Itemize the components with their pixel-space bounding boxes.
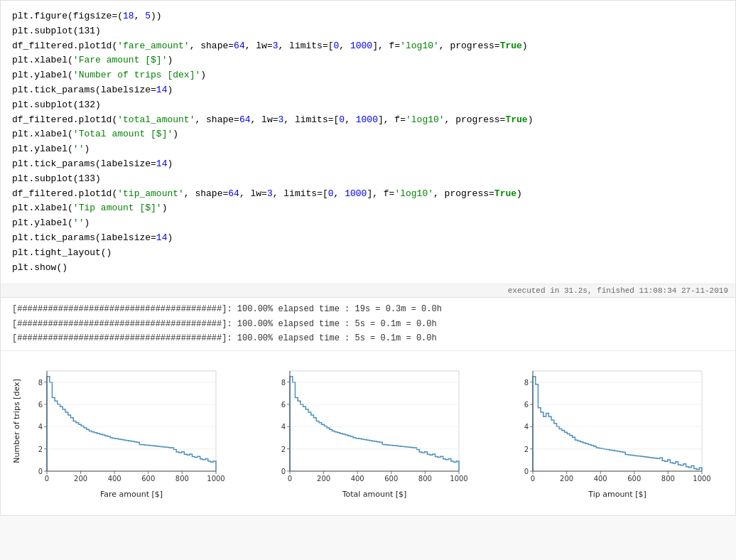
svg-text:200: 200: [74, 475, 87, 483]
progress-line: [#######################################…: [12, 317, 724, 331]
svg-text:0: 0: [38, 468, 43, 475]
svg-text:400: 400: [594, 475, 607, 483]
svg-text:600: 600: [141, 475, 155, 483]
svg-rect-0: [47, 371, 216, 471]
code-line: plt.ylabel(''): [12, 216, 724, 231]
chart-container: 0246802004006008001000Tip amount [$]: [497, 362, 725, 504]
code-line: plt.ylabel('Number of trips [dex]'): [12, 68, 724, 83]
svg-text:800: 800: [661, 475, 675, 483]
chart-svg: 0246802004006008001000Tip amount [$]: [497, 362, 710, 501]
progress-line: [#######################################…: [12, 302, 724, 316]
chart-container: 0246802004006008001000Fare amount [$]Num…: [11, 362, 239, 504]
svg-text:1000: 1000: [450, 475, 467, 483]
svg-text:600: 600: [384, 475, 398, 483]
svg-text:2: 2: [524, 445, 529, 453]
svg-text:Tip amount [$]: Tip amount [$]: [588, 490, 646, 499]
svg-text:Number of trips [dex]: Number of trips [dex]: [12, 379, 21, 463]
svg-text:400: 400: [108, 475, 121, 483]
svg-text:Fare amount [$]: Fare amount [$]: [100, 490, 163, 499]
code-line: plt.xlabel('Tip amount [$]'): [12, 201, 724, 216]
svg-text:800: 800: [418, 475, 432, 483]
svg-text:0: 0: [288, 475, 292, 483]
svg-text:600: 600: [627, 475, 641, 483]
svg-text:0: 0: [281, 468, 286, 475]
svg-text:6: 6: [38, 401, 43, 409]
code-line: plt.ylabel(''): [12, 142, 724, 157]
code-line: plt.figure(figsize=(18, 5)): [12, 9, 724, 24]
exec-bar: executed in 31.2s, finished 11:08:34 27-…: [1, 284, 735, 298]
svg-text:1000: 1000: [693, 475, 710, 483]
code-line: plt.tick_params(labelsize=14): [12, 231, 724, 246]
svg-text:800: 800: [175, 475, 189, 483]
svg-text:200: 200: [560, 475, 573, 483]
code-line: plt.xlabel('Total amount [$]'): [12, 127, 724, 142]
code-line: df_filtered.plot1d('total_amount', shape…: [12, 113, 724, 128]
svg-text:4: 4: [38, 423, 43, 431]
svg-text:Total amount [$]: Total amount [$]: [342, 490, 407, 499]
code-line: plt.tight_layout(): [12, 246, 724, 261]
code-line: plt.xlabel('Fare amount [$]'): [12, 53, 724, 68]
charts-area: 0246802004006008001000Fare amount [$]Num…: [1, 351, 735, 515]
code-line: df_filtered.plot1d('fare_amount', shape=…: [12, 39, 724, 54]
svg-text:2: 2: [281, 445, 286, 453]
code-area: plt.figure(figsize=(18, 5))plt.subplot(1…: [1, 1, 735, 284]
code-line: plt.tick_params(labelsize=14): [12, 83, 724, 98]
svg-text:4: 4: [524, 423, 529, 431]
code-line: plt.tick_params(labelsize=14): [12, 157, 724, 172]
code-line: df_filtered.plot1d('tip_amount', shape=6…: [12, 187, 724, 202]
svg-text:400: 400: [351, 475, 364, 483]
svg-text:0: 0: [531, 475, 535, 483]
svg-text:6: 6: [281, 401, 286, 409]
chart-svg: 0246802004006008001000Fare amount [$]Num…: [11, 362, 224, 501]
code-line: plt.subplot(131): [12, 24, 724, 39]
svg-text:0: 0: [45, 475, 49, 483]
svg-text:0: 0: [524, 468, 529, 475]
notebook-cell: plt.figure(figsize=(18, 5))plt.subplot(1…: [0, 0, 736, 516]
svg-text:8: 8: [38, 378, 43, 386]
svg-text:200: 200: [317, 475, 330, 483]
code-line: plt.subplot(133): [12, 172, 724, 187]
svg-text:1000: 1000: [207, 475, 224, 483]
svg-text:8: 8: [281, 378, 286, 386]
svg-text:6: 6: [524, 401, 529, 409]
svg-text:2: 2: [38, 445, 43, 453]
code-line: plt.subplot(132): [12, 98, 724, 113]
chart-container: 0246802004006008001000Total amount [$]: [254, 362, 482, 504]
svg-rect-63: [533, 371, 702, 471]
svg-rect-32: [290, 371, 459, 471]
code-line: plt.show(): [12, 261, 724, 276]
svg-text:8: 8: [524, 378, 529, 386]
progress-line: [#######################################…: [12, 331, 724, 345]
svg-text:4: 4: [281, 423, 286, 431]
progress-area: [#######################################…: [1, 298, 735, 350]
chart-svg: 0246802004006008001000Total amount [$]: [254, 362, 467, 501]
